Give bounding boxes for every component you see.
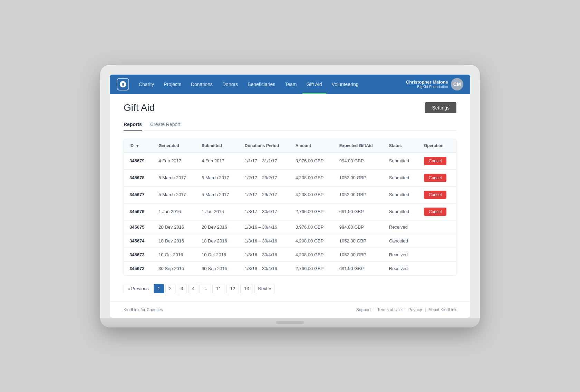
- table-row: 345675 20 Dev 2016 20 Dev 2016 1/3/16 – …: [124, 220, 456, 234]
- table-header: ID ▼ Generated Submitted Donations Perio…: [124, 139, 456, 153]
- cancel-button[interactable]: Cancel: [424, 191, 446, 199]
- cell-amount: 4,208.00 GBP: [290, 234, 334, 248]
- cell-expected: 994.00 GBP: [334, 152, 384, 169]
- cell-submitted: 10 Oct 2016: [196, 248, 239, 261]
- cell-status: Submitted: [384, 203, 418, 220]
- cell-id: 345676: [124, 203, 153, 220]
- cell-period: 1/3/16 – 30/4/16: [239, 220, 290, 234]
- pagination: « Previous 1 2 3 4 ... 11 12 13 Next »: [124, 284, 456, 293]
- cell-submitted: 5 March 2017: [196, 186, 239, 203]
- cell-expected: 1052.00 GBP: [334, 169, 384, 186]
- table-row: 345676 1 Jan 2016 1 Jan 2016 1/3/17 – 30…: [124, 203, 456, 220]
- cell-generated: 20 Dev 2016: [153, 220, 196, 234]
- cell-amount: 4,208.00 GBP: [290, 248, 334, 261]
- col-submitted: Submitted: [196, 139, 239, 153]
- page-13-button[interactable]: 13: [240, 284, 253, 293]
- cell-expected: 691.50 GBP: [334, 261, 384, 275]
- cell-status: Received: [384, 248, 418, 261]
- footer-support-link[interactable]: Support: [356, 307, 371, 312]
- laptop-base: [100, 318, 480, 327]
- page-3-button[interactable]: 3: [177, 284, 187, 293]
- cell-operation: Cancel: [418, 186, 456, 203]
- nav-item-charity[interactable]: Charity: [135, 75, 158, 94]
- cell-status: Canceled: [384, 234, 418, 248]
- cell-expected: 1052.00 GBP: [334, 186, 384, 203]
- tab-create-report[interactable]: Create Report: [150, 119, 181, 131]
- page-12-button[interactable]: 12: [226, 284, 239, 293]
- cancel-button[interactable]: Cancel: [424, 208, 446, 216]
- cancel-button[interactable]: Cancel: [424, 174, 446, 182]
- cell-amount: 2,766.00 GBP: [290, 203, 334, 220]
- cell-operation: Cancel: [418, 152, 456, 169]
- cancel-button[interactable]: Cancel: [424, 157, 446, 165]
- cell-period: 1/3/17 – 30/4/17: [239, 203, 290, 220]
- cell-operation: Cancel: [418, 203, 456, 220]
- logo[interactable]: [117, 78, 129, 90]
- cell-submitted: 1 Jan 2016: [196, 203, 239, 220]
- cell-status: Submitted: [384, 152, 418, 169]
- laptop-frame: Charity Projects Donations Donors Benefi…: [100, 65, 480, 327]
- nav-user: Christopher Malone BigKid Foundation CM: [406, 78, 463, 90]
- col-id[interactable]: ID ▼: [124, 139, 153, 153]
- tabs: Reports Create Report: [124, 119, 456, 131]
- col-status: Status: [384, 139, 418, 153]
- footer-privacy-link[interactable]: Privacy: [408, 307, 422, 312]
- col-operation: Operation: [418, 139, 456, 153]
- cell-period: 1/3/16 – 30/4/16: [239, 248, 290, 261]
- sort-icon: ▼: [136, 144, 139, 148]
- cell-operation: [418, 220, 456, 234]
- cell-operation: Cancel: [418, 169, 456, 186]
- nav-item-beneficiaries[interactable]: Beneficiaries: [243, 75, 279, 94]
- table-body: 345679 4 Feb 2017 4 Feb 2017 1/1/17 – 31…: [124, 152, 456, 275]
- cell-generated: 10 Oct 2016: [153, 248, 196, 261]
- table-row: 345677 5 March 2017 5 March 2017 1/2/17 …: [124, 186, 456, 203]
- page-11-button[interactable]: 11: [212, 284, 225, 293]
- page-2-button[interactable]: 2: [165, 284, 175, 293]
- nav-item-donors[interactable]: Donors: [218, 75, 242, 94]
- cell-amount: 4,208.00 GBP: [290, 169, 334, 186]
- cell-submitted: 18 Dev 2016: [196, 234, 239, 248]
- page-4-button[interactable]: 4: [188, 284, 198, 293]
- cell-amount: 4,208.00 GBP: [290, 186, 334, 203]
- cell-id: 345673: [124, 248, 153, 261]
- footer-links: Support | Terms of Use | Privacy | About…: [356, 307, 456, 312]
- cell-submitted: 5 March 2017: [196, 169, 239, 186]
- cell-submitted: 30 Sep 2016: [196, 261, 239, 275]
- cell-expected: 691.50 GBP: [334, 203, 384, 220]
- laptop-notch: [276, 321, 304, 324]
- cell-generated: 18 Dev 2016: [153, 234, 196, 248]
- cell-operation: [418, 234, 456, 248]
- nav-item-projects[interactable]: Projects: [160, 75, 185, 94]
- prev-page-button[interactable]: « Previous: [124, 284, 152, 293]
- nav-item-donations[interactable]: Donations: [187, 75, 217, 94]
- footer-brand: KindLink for Charities: [124, 307, 163, 312]
- logo-icon: [119, 80, 127, 88]
- nav-item-team[interactable]: Team: [281, 75, 301, 94]
- col-donations-period: Donations Period: [239, 139, 290, 153]
- table-row: 345679 4 Feb 2017 4 Feb 2017 1/1/17 – 31…: [124, 152, 456, 169]
- cell-id: 345672: [124, 261, 153, 275]
- nav-item-volunteering[interactable]: Volunteering: [328, 75, 363, 94]
- cell-id: 345679: [124, 152, 153, 169]
- page-1-button[interactable]: 1: [154, 284, 164, 293]
- cell-id: 345675: [124, 220, 153, 234]
- cell-status: Submitted: [384, 186, 418, 203]
- cell-amount: 3,976.00 GBP: [290, 152, 334, 169]
- next-page-button[interactable]: Next »: [254, 284, 275, 293]
- col-expected-giftaid: Expected GiftAid: [334, 139, 384, 153]
- table-row: 345678 5 March 2017 5 March 2017 1/2/17 …: [124, 169, 456, 186]
- settings-button[interactable]: Settings: [425, 102, 456, 113]
- avatar[interactable]: CM: [451, 78, 463, 90]
- cell-operation: [418, 261, 456, 275]
- footer: KindLink for Charities Support | Terms o…: [110, 302, 470, 318]
- tab-reports[interactable]: Reports: [124, 119, 142, 131]
- col-amount: Amount: [290, 139, 334, 153]
- nav-user-org: BigKid Foundation: [406, 85, 448, 89]
- nav-user-name: Christopher Malone: [406, 79, 448, 85]
- footer-terms-link[interactable]: Terms of Use: [377, 307, 402, 312]
- nav-item-gift-aid[interactable]: Gift Aid: [302, 75, 326, 94]
- page-header: Gift Aid Settings: [124, 102, 456, 113]
- cell-generated: 5 March 2017: [153, 169, 196, 186]
- footer-about-link[interactable]: About KindLink: [428, 307, 456, 312]
- main-content: Gift Aid Settings Reports Create Report …: [110, 94, 470, 302]
